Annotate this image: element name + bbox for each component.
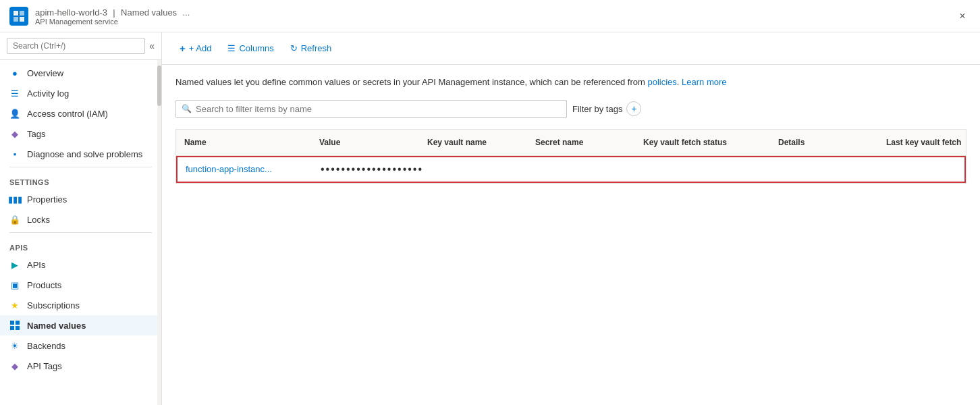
sidebar-scroll: ● Overview ☰ Activity log 👤 Access contr… <box>0 60 161 405</box>
sidebar-item-backends[interactable]: ☀ Backends <box>0 335 161 356</box>
sidebar-item-apis[interactable]: ▶ APIs <box>0 254 161 275</box>
cell-last-fetch <box>879 164 980 175</box>
sidebar-item-label: Subscriptions <box>27 300 80 310</box>
svg-rect-0 <box>13 11 18 16</box>
title-bar: apim-hello-world-3 | Named values ... AP… <box>0 0 980 32</box>
subscriptions-icon: ★ <box>9 300 20 310</box>
svg-rect-4 <box>10 321 14 325</box>
subtitle: API Management service <box>35 18 190 26</box>
settings-section-label: Settings <box>0 170 161 189</box>
sidebar-item-label: Properties <box>27 194 67 205</box>
col-last-key-vault-fetch: Last key vault fetch <box>878 135 980 150</box>
products-icon: ▣ <box>9 279 20 290</box>
sidebar-item-label: Tags <box>27 129 45 139</box>
sidebar-item-api-tags[interactable]: ◆ API Tags <box>0 356 161 376</box>
sidebar-item-named-values[interactable]: Named values <box>0 315 161 335</box>
col-name: Name <box>176 135 311 150</box>
collapse-button[interactable]: « <box>149 40 155 51</box>
add-button[interactable]: + + Add <box>173 39 218 57</box>
cell-key-vault-name <box>420 164 528 175</box>
sidebar-item-label: Products <box>27 280 61 290</box>
sidebar-item-tags[interactable]: ◆ Tags <box>0 124 161 144</box>
policies-link[interactable]: policies <box>647 77 676 87</box>
col-details: Details <box>770 135 878 150</box>
sidebar-search-bar: « <box>0 32 161 60</box>
app-icon <box>9 7 28 26</box>
cell-name: function-app-instanc... <box>178 159 312 180</box>
overview-icon: ● <box>9 68 20 78</box>
col-key-vault-fetch-status: Key vault fetch status <box>635 135 770 150</box>
api-tags-icon: ◆ <box>9 360 20 371</box>
col-value: Value <box>311 135 419 150</box>
add-tag-button[interactable]: + <box>626 101 641 116</box>
sidebar-item-subscriptions[interactable]: ★ Subscriptions <box>0 295 161 315</box>
filter-tags-area: Filter by tags + <box>572 101 641 116</box>
sidebar-item-label: Activity log <box>27 88 69 99</box>
search-input-wrap[interactable]: 🔍 <box>175 100 567 118</box>
sidebar-item-locks[interactable]: 🔒 Locks <box>0 209 161 230</box>
sidebar-item-products[interactable]: ▣ Products <box>0 275 161 295</box>
refresh-button[interactable]: ↻ Refresh <box>283 40 339 57</box>
svg-rect-5 <box>16 321 20 325</box>
col-secret-name: Secret name <box>527 135 635 150</box>
svg-rect-7 <box>16 326 20 330</box>
filter-bar: 🔍 Filter by tags + <box>175 100 967 118</box>
sidebar-item-label: APIs <box>27 260 45 270</box>
sidebar-item-label: Overview <box>27 68 63 78</box>
filter-input[interactable] <box>196 104 561 114</box>
sidebar-item-label: Backends <box>27 341 65 351</box>
sidebar-item-label: Access control (IAM) <box>27 109 108 119</box>
sidebar-item-label: Named values <box>27 321 86 331</box>
access-control-icon: 👤 <box>9 108 20 119</box>
content-area: + + Add ☰ Columns ↻ Refresh Named values… <box>162 32 980 405</box>
cell-secret-name <box>528 164 636 175</box>
named-values-icon <box>9 320 20 331</box>
sidebar-item-label: API Tags <box>27 361 62 371</box>
sidebar-item-properties[interactable]: ▮▮▮ Properties <box>0 189 161 209</box>
apis-icon: ▶ <box>9 259 20 270</box>
svg-rect-1 <box>20 11 24 16</box>
add-icon: + <box>180 43 186 54</box>
sidebar-nav: ● Overview ☰ Activity log 👤 Access contr… <box>0 60 161 379</box>
svg-rect-2 <box>13 17 18 22</box>
cell-details <box>771 164 879 175</box>
activity-log-icon: ☰ <box>9 88 20 99</box>
title-text: apim-hello-world-3 | Named values ... AP… <box>35 6 190 26</box>
data-table: Name Value Key vault name Secret name Ke… <box>175 129 967 184</box>
search-icon: 🔍 <box>182 104 192 113</box>
toolbar: + + Add ☰ Columns ↻ Refresh <box>162 32 980 65</box>
cell-fetch-status <box>636 164 771 175</box>
info-text: Named values let you define common value… <box>175 76 967 89</box>
content-body: Named values let you define common value… <box>162 65 980 405</box>
columns-button[interactable]: ☰ Columns <box>221 40 280 57</box>
cell-value: •••••••••••••••••••• <box>312 158 420 181</box>
row-name-link[interactable]: function-app-instanc... <box>186 164 272 174</box>
sidebar: « ● Overview ☰ Activity log 👤 Access con… <box>0 32 162 405</box>
refresh-icon: ↻ <box>290 43 298 53</box>
svg-rect-3 <box>20 17 24 22</box>
sidebar-item-overview[interactable]: ● Overview <box>0 63 161 83</box>
locks-icon: 🔒 <box>9 214 20 225</box>
main-layout: « ● Overview ☰ Activity log 👤 Access con… <box>0 32 980 405</box>
close-button[interactable]: × <box>954 8 971 24</box>
value-dots: •••••••••••••••••••• <box>321 163 423 175</box>
properties-icon: ▮▮▮ <box>9 194 20 205</box>
title-left: apim-hello-world-3 | Named values ... AP… <box>9 6 190 26</box>
page-title: apim-hello-world-3 | Named values ... <box>35 6 190 18</box>
sidebar-item-activity-log[interactable]: ☰ Activity log <box>0 83 161 103</box>
search-input[interactable] <box>7 38 145 54</box>
sidebar-item-access-control[interactable]: 👤 Access control (IAM) <box>0 103 161 124</box>
columns-icon: ☰ <box>227 43 236 53</box>
apis-section-label: APIs <box>0 236 161 254</box>
sidebar-item-diagnose[interactable]: ▪ Diagnose and solve problems <box>0 144 161 164</box>
diagnose-icon: ▪ <box>9 148 20 159</box>
tags-icon: ◆ <box>9 128 20 139</box>
backends-icon: ☀ <box>9 340 20 351</box>
table-header: Name Value Key vault name Secret name Ke… <box>176 130 966 156</box>
col-key-vault-name: Key vault name <box>419 135 527 150</box>
learn-more-link[interactable]: Learn more <box>682 77 726 87</box>
svg-rect-6 <box>10 326 14 330</box>
table-row[interactable]: function-app-instanc... ••••••••••••••••… <box>176 156 966 183</box>
sidebar-item-label: Locks <box>27 215 50 225</box>
sidebar-item-label: Diagnose and solve problems <box>27 149 142 159</box>
